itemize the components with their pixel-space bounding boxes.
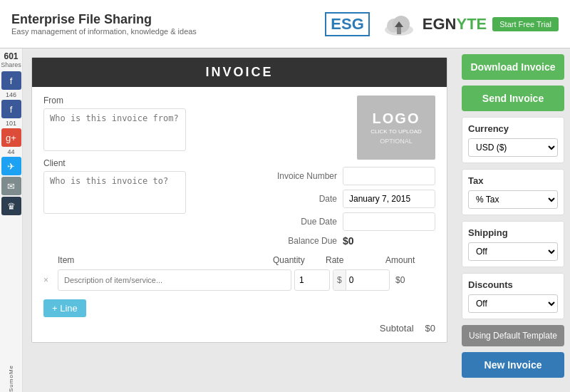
client-section: Client [43,158,266,214]
client-label: Client [43,158,266,168]
remove-line-button[interactable]: × [43,275,55,285]
ad-title: Enterprise File Sharing [11,12,197,27]
email-button[interactable]: ✉ [1,177,21,195]
subtotal-value: $0 [425,323,435,334]
tax-label: Tax [468,175,558,186]
amount-col-header: Amount [385,255,435,265]
download-invoice-button[interactable]: Download Invoice [462,54,564,80]
fb-count: 146 [6,91,16,98]
line-amount: $0 [393,275,435,285]
subtotal-row: Subtotal $0 [32,317,447,334]
line-items: Item Quantity Rate Amount × $ $0 + Line [32,255,447,317]
quantity-input[interactable] [294,269,330,291]
logo-upload[interactable]: LOGO CLICK TO UPLOAD OPTIONAL [357,96,435,160]
facebook-button[interactable]: f [1,71,21,90]
from-client-section: From Client [43,96,266,247]
cloud-icon [381,10,417,38]
due-date-input[interactable] [343,212,435,231]
invoice-title: INVOICE [32,58,447,87]
egnyte-ad[interactable]: EGNYTE Start Free Trial [423,15,559,33]
right-sidebar: Download Invoice Send Invoice Currency U… [456,48,570,392]
date-row: Date [266,190,435,208]
twitter-button[interactable]: ✈ [1,157,21,175]
discounts-label: Discounts [468,279,558,290]
due-date-label: Due Date [266,217,337,227]
currency-select[interactable]: USD ($) EUR (€) GBP (£) [468,138,558,157]
shipping-select[interactable]: Off On [468,242,558,261]
logo-sub: CLICK TO UPLOAD [370,128,422,135]
new-invoice-button[interactable]: New Invoice [462,352,564,378]
date-label: Date [266,194,337,204]
svg-rect-3 [397,27,401,34]
shipping-label: Shipping [468,227,558,238]
line-item-row: × $ $0 [43,269,435,291]
invoice-fields: Invoice Number Date Due Date [266,167,435,247]
sumo-label: SumoMe [8,365,14,392]
ad-subtitle: Easy management of information, knowledg… [11,27,197,36]
invoice-card: INVOICE From Client LOGO CLIC [31,57,447,343]
logo-optional: OPTIONAL [380,138,413,145]
balance-due-value: $0 [343,235,354,247]
discounts-section: Discounts Off On [462,273,564,319]
currency-section: Currency USD ($) EUR (€) GBP (£) [462,117,564,163]
due-date-row: Due Date [266,212,435,231]
ad-logo[interactable]: ESG [325,12,369,36]
item-col-header: Item [58,255,270,265]
line-items-header: Item Quantity Rate Amount [43,255,435,265]
googleplus-button[interactable]: g+ [1,128,21,147]
subtotal-label: Subtotal [380,323,414,334]
logo-text: LOGO [373,110,420,127]
ad-text: Enterprise File Sharing Easy management … [11,12,197,36]
send-invoice-button[interactable]: Send Invoice [462,86,564,111]
shipping-section: Shipping Off On [462,221,564,267]
invoice-number-label: Invoice Number [266,171,337,181]
main-layout: 601 Shares f 146 f 101 g+ 44 ✈ ✉ ♛ SumoM… [0,48,570,392]
egnyte-cta[interactable]: Start Free Trial [492,17,559,31]
rate-input[interactable] [346,270,378,290]
facebook2-button[interactable]: f [1,100,21,118]
social-sidebar: 601 Shares f 146 f 101 g+ 44 ✈ ✉ ♛ SumoM… [0,48,23,392]
rate-wrap: $ [333,269,390,291]
balance-due-row: Balance Due $0 [266,235,435,247]
tax-section: Tax % Tax $ Tax None [462,169,564,215]
currency-label: Currency [468,123,558,134]
from-label: From [43,96,266,105]
date-input[interactable] [343,190,435,208]
discounts-select[interactable]: Off On [468,294,558,313]
tw-count: 44 [7,148,14,155]
invoice-top: From Client LOGO CLICK TO UPLOAD OPTIONA… [43,96,435,247]
egnyte-name-text: EGN [423,15,457,33]
dollar-sign: $ [333,270,346,290]
balance-due-label: Balance Due [266,236,337,246]
rate-col-header: Rate [326,255,383,265]
shares-count: 601 Shares [1,51,21,68]
gp-count: 101 [6,120,16,127]
invoice-number-row: Invoice Number [266,167,435,185]
item-description-input[interactable] [58,269,291,291]
ad-banner: Enterprise File Sharing Easy management … [0,0,570,48]
client-input[interactable] [43,171,186,214]
invoice-body: From Client LOGO CLICK TO UPLOAD OPTIONA… [32,96,447,247]
tax-select[interactable]: % Tax $ Tax None [468,190,558,209]
from-input[interactable] [43,108,186,151]
template-button[interactable]: Using Default Template [462,325,564,346]
crown-button[interactable]: ♛ [1,197,21,215]
qty-col-header: Quantity [273,255,323,265]
invoice-area: INVOICE From Client LOGO CLIC [23,48,456,392]
invoice-number-input[interactable] [343,167,435,185]
add-line-button[interactable]: + Line [43,299,86,317]
